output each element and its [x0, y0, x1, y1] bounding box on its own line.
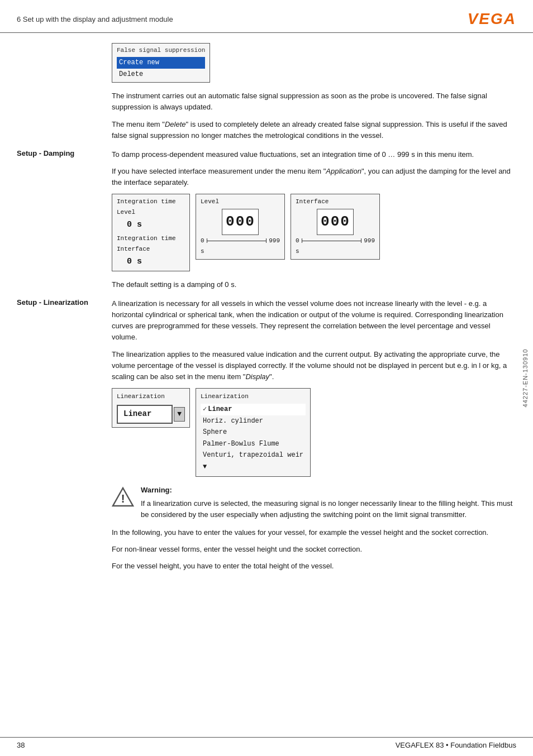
menu-item-create[interactable]: Create new [117, 57, 205, 69]
interface-display: 0 0 0 [317, 209, 354, 235]
warning-title: Warning: [141, 485, 516, 496]
footer-product: VEGAFLEX 83 • Foundation Fieldbus [396, 741, 516, 749]
linear-dropdown[interactable]: Linear ▼ [117, 405, 185, 424]
linear-right-panel: Linearization ✓Linear Horiz. cylinder Sp… [196, 388, 311, 477]
warning-row: ! Warning: If a linearization curve is s… [112, 485, 516, 520]
interface-header: Interface [296, 197, 375, 207]
warning-icon: ! [112, 486, 134, 516]
int-title1: Integration time [117, 197, 185, 207]
int-title-level: Level [117, 208, 185, 217]
damping-content: To damp process-dependent measured value… [112, 149, 516, 290]
interface-range-min: 0 [296, 236, 299, 246]
lin-right-title: Linearization [201, 392, 306, 401]
checkmark-icon: ✓ [203, 405, 207, 413]
linearization-para1: A linearization is necessary for all ves… [112, 298, 516, 343]
footer-page-number: 38 [17, 741, 25, 749]
linearization-para4: For non-linear vessel forms, enter the v… [112, 544, 516, 555]
level-display: 0 0 0 [222, 209, 259, 235]
interface-range-line [302, 241, 362, 241]
false-signal-content: False signal suppression Create new Dele… [112, 43, 516, 141]
level-digit-1: 0 [226, 210, 235, 233]
damping-section: Setup - Damping To damp process-dependen… [17, 149, 516, 290]
content-area: False signal suppression Create new Dele… [0, 43, 533, 580]
level-digit-3: 0 [245, 210, 255, 233]
warning-content: Warning: If a linearization curve is sel… [141, 485, 516, 520]
lin-option-linear[interactable]: ✓Linear [201, 404, 306, 415]
lin-option-venturi[interactable]: Venturi, trapezoidal weir [201, 449, 306, 461]
damping-default: The default setting is a damping of 0 s. [112, 279, 516, 290]
linear-left-panel: Linearization Linear ▼ [112, 388, 190, 428]
interface-panel: Interface 0 0 0 0 999 s [291, 194, 380, 259]
interface-unit: s [296, 247, 375, 256]
level-digit-2: 0 [236, 210, 245, 233]
lin-option-horiz-cylinder[interactable]: Horiz. cylinder [201, 415, 306, 427]
interface-digit-2: 0 [331, 210, 340, 233]
level-range: 0 999 [201, 236, 280, 246]
linearization-label: Setup - Linearization [17, 298, 112, 572]
false-signal-section: False signal suppression Create new Dele… [17, 43, 516, 141]
interface-digit-1: 0 [321, 210, 330, 233]
linearization-para2: The linearization applies to the measure… [112, 349, 516, 382]
linearization-content: A linearization is necessary for all ves… [112, 298, 516, 572]
interface-digit-3: 0 [340, 210, 350, 233]
menu-title: False signal suppression [117, 46, 205, 55]
damping-para2: If you have selected interface measureme… [112, 166, 516, 188]
damping-para1: To damp process-dependent measured value… [112, 149, 516, 160]
display-italic: Display [245, 372, 269, 381]
int-left-panel: Integration time Level 0 s Integration t… [112, 194, 190, 271]
svg-text:!: ! [121, 492, 125, 505]
linearization-para5: For the vessel height, you have to enter… [112, 561, 516, 572]
level-range-line [207, 241, 267, 241]
linearization-section: Setup - Linearization A linearization is… [17, 298, 516, 572]
lin-option-more[interactable]: ▼ [201, 461, 306, 473]
false-signal-menu-box: False signal suppression Create new Dele… [112, 43, 210, 83]
false-signal-label [17, 43, 112, 141]
application-italic: Application [326, 167, 361, 175]
menu-item-delete[interactable]: Delete [117, 69, 205, 80]
doc-number: 44227-EN-130910 [522, 349, 529, 408]
header-title: 6 Set up with the display and adjustment… [17, 15, 173, 23]
int-title2: Integration time [117, 234, 185, 243]
level-header: Level [201, 197, 280, 207]
dropdown-arrow-icon[interactable]: ▼ [174, 407, 185, 422]
false-signal-para2: The menu item "Delete" is used to comple… [112, 119, 516, 141]
level-range-min: 0 [201, 236, 204, 246]
linearization-para3: In the following, you have to enter the … [112, 527, 516, 538]
false-signal-para1: The instrument carries out an automatic … [112, 90, 516, 113]
linear-value: Linear [117, 405, 173, 424]
integration-panels: Integration time Level 0 s Integration t… [112, 194, 516, 271]
int-value1: 0 s [117, 218, 185, 231]
interface-range: 0 999 [296, 236, 375, 246]
interface-range-max: 999 [364, 236, 375, 246]
int-title-interface: Interface [117, 245, 185, 254]
lin-left-title: Linearization [117, 392, 185, 401]
level-panel: Level 0 0 0 0 999 s [196, 194, 285, 259]
int-value2: 0 s [117, 255, 185, 268]
level-range-max: 999 [269, 236, 280, 246]
delete-italic: Delete [165, 120, 186, 128]
lin-option-palmer[interactable]: Palmer-Bowlus Flume [201, 438, 306, 450]
page-footer: 38 VEGAFLEX 83 • Foundation Fieldbus [0, 737, 533, 749]
linear-panels: Linearization Linear ▼ Linearization ✓Li… [112, 388, 516, 477]
warning-text: If a linearization curve is selected, th… [141, 498, 516, 520]
damping-label: Setup - Damping [17, 149, 112, 290]
level-unit: s [201, 247, 280, 256]
vega-logo: VEGA [468, 10, 516, 28]
page-header: 6 Set up with the display and adjustment… [0, 10, 533, 33]
lin-option-sphere[interactable]: Sphere [201, 427, 306, 438]
